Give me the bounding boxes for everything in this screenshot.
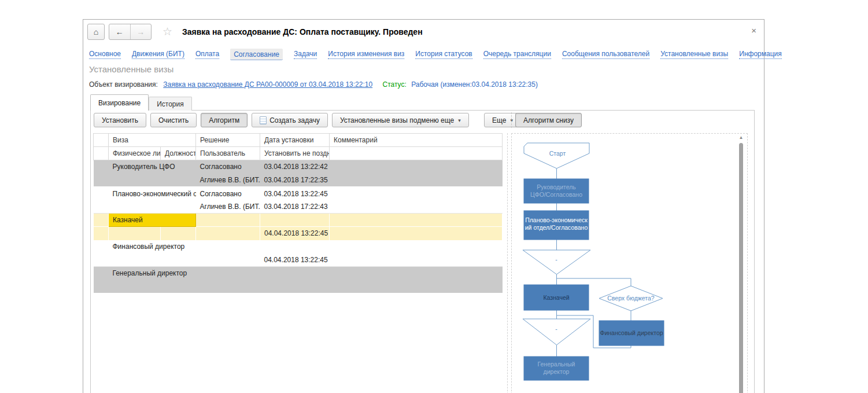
nav-tasks[interactable]: Задачи [294,50,317,59]
scrollbar-thumb[interactable] [739,143,743,393]
forward-button[interactable]: → [131,24,152,39]
tab-approval[interactable]: Визирование [90,94,149,111]
svg-text:Казначей: Казначей [543,294,569,301]
user-cell[interactable]: Агличев В.В. (БИТ.... [196,200,260,214]
svg-text:-: - [555,256,557,263]
form-window: ⌂ ← → ☆ Заявка на расходование ДС: Оплат… [83,19,764,393]
flow-merge-2[interactable]: - [523,319,590,345]
user-cell[interactable] [196,227,260,240]
visa-name-cell[interactable]: Планово-экономический отдел [109,187,196,200]
comment-cell[interactable] [330,214,503,227]
nav-installed-visas[interactable]: Установленные визы [660,50,728,59]
history-nav-group: ← → [109,24,152,40]
due-cell[interactable]: 03.04.2018 17:22:35 [260,174,330,187]
flow-node-treasurer[interactable]: Казначей [524,285,589,310]
flow-decision-over-budget[interactable]: Сверх бюджета? [599,286,663,311]
nav-status-history[interactable]: История статусов [415,50,472,59]
algorithm-button[interactable]: Алгоритм [201,113,248,127]
visa-name-cell[interactable]: Руководитель ЦФО [109,160,196,174]
svg-text:-: - [555,325,557,332]
table-row[interactable] [94,280,503,293]
comment-cell[interactable] [330,267,503,280]
approval-object-line: Объект визирования: Заявка на расходован… [89,80,538,89]
user-cell[interactable]: Агличев В.В. (БИТ.... [196,174,260,187]
table-row[interactable]: Руководитель ЦФО Согласовано 03.04.2018 … [94,160,503,174]
col-date-set: Дата установки [260,134,330,147]
date-set-cell[interactable]: 03.04.2018 13:22:45 [260,187,330,200]
date-set-cell[interactable]: 03.04.2018 13:22:42 [260,160,330,174]
table-row[interactable]: Финансовый директор [94,240,503,254]
window-title: Заявка на расходование ДС: Оплата постав… [182,27,423,36]
main-area: Виза Решение Дата установки Комментарий … [91,130,754,393]
col-visa: Виза [109,134,196,147]
algorithm-bottom-button[interactable]: Алгоритм снизу [515,113,582,127]
decision-cell[interactable] [196,214,260,227]
document-icon [260,116,267,124]
table-row[interactable]: Агличев В.В. (БИТ.... 03.04.2018 17:22:3… [94,174,503,187]
decision-cell[interactable] [196,240,260,254]
chevron-down-icon: ▾ [458,117,461,123]
home-icon: ⌂ [94,27,98,36]
flow-node-head-cfo[interactable]: Руководитель ЦФО/Согласовано [524,179,589,203]
date-set-cell[interactable] [260,240,330,254]
route-map: Старт Руководитель ЦФО/Согласовано Плано… [512,134,743,385]
date-set-cell[interactable] [260,214,330,227]
table-row[interactable]: 04.04.2018 13:22:45 [94,254,503,267]
route-map-panel: Старт Руководитель ЦФО/Согласовано Плано… [511,133,748,393]
col-decision: Решение [196,134,260,147]
nav-information[interactable]: Информация [739,50,781,59]
flow-node-gen-director[interactable]: Генеральный директор [524,357,589,380]
decision-cell[interactable]: Согласовано [196,187,260,200]
status-value: Рабочая (изменен:03.04.2018 13:22:35) [411,80,538,89]
flow-scrollbar: ▲ ▼ [737,135,745,393]
table-row[interactable]: Генеральный директор [94,267,503,280]
flow-node-fin-director[interactable]: Финансовый директор [599,321,664,346]
due-cell[interactable]: 04.04.2018 13:22:45 [260,254,330,267]
nav-movements-bit[interactable]: Движения (БИТ) [132,50,184,59]
back-button[interactable]: ← [109,24,131,39]
nav-main[interactable]: Основное [89,50,121,59]
toolbar-splitter [511,112,512,128]
col-due: Установить не позднее [260,147,330,160]
nav-user-messages[interactable]: Сообщения пользователей [562,50,649,59]
nav-broadcast-queue[interactable]: Очередь трансляции [483,50,551,59]
favorite-star-icon[interactable]: ☆ [162,25,172,38]
table-row[interactable]: Планово-экономический отдел Согласовано … [94,187,503,200]
user-cell[interactable] [196,254,260,267]
visa-name-cell[interactable]: Генеральный директор [109,267,196,280]
comment-cell[interactable] [330,160,503,174]
visa-name-cell-selected[interactable]: Казначей [109,214,196,227]
table-header-row: Виза Решение Дата установки Комментарий [94,134,503,147]
flow-node-start[interactable]: Старт [524,143,589,168]
nav-approval[interactable]: Согласование [230,49,283,60]
scroll-up-icon[interactable]: ▲ [737,135,745,141]
date-set-cell[interactable] [260,267,330,280]
object-document-link[interactable]: Заявка на расходование ДС РА00-000009 от… [163,80,372,89]
comment-cell[interactable] [330,240,503,254]
clear-visa-button[interactable]: Очистить [150,113,197,127]
tab-history[interactable]: История [149,97,192,111]
table-row[interactable]: Агличев В.В. (БИТ.... 03.04.2018 17:22:4… [94,200,503,214]
nav-payment[interactable]: Оплата [195,50,219,59]
close-icon[interactable]: × [751,25,756,35]
create-task-button[interactable]: Создать задачу [252,113,328,127]
table-row-selected[interactable]: 04.04.2018 13:22:45 [94,227,503,240]
set-visa-button[interactable]: Установить [94,113,146,127]
table-row-selected[interactable]: Казначей [94,214,503,227]
svg-text:Старт: Старт [549,150,566,157]
flow-merge-1[interactable]: - [523,250,590,274]
visa-name-cell[interactable]: Финансовый директор [109,240,196,254]
home-button[interactable]: ⌂ [87,24,105,40]
decision-cell[interactable] [196,267,260,280]
due-cell[interactable]: 03.04.2018 17:22:43 [260,200,330,214]
panel-splitter[interactable] [507,133,508,393]
svg-text:Генеральный: Генеральный [538,361,575,368]
nav-visa-change-history[interactable]: История изменения виз [328,50,404,59]
flow-node-planning-dept[interactable]: Планово-экономическ ий отдел/Согласовано [524,211,589,240]
decision-cell[interactable]: Согласовано [196,160,260,174]
due-cell[interactable]: 04.04.2018 13:22:45 [260,227,330,240]
user-cell[interactable] [196,280,260,293]
due-cell[interactable] [260,280,330,293]
installed-visas-submenu-button[interactable]: Установленные визы подменю еще ▾ [332,113,469,127]
comment-cell[interactable] [330,187,503,200]
